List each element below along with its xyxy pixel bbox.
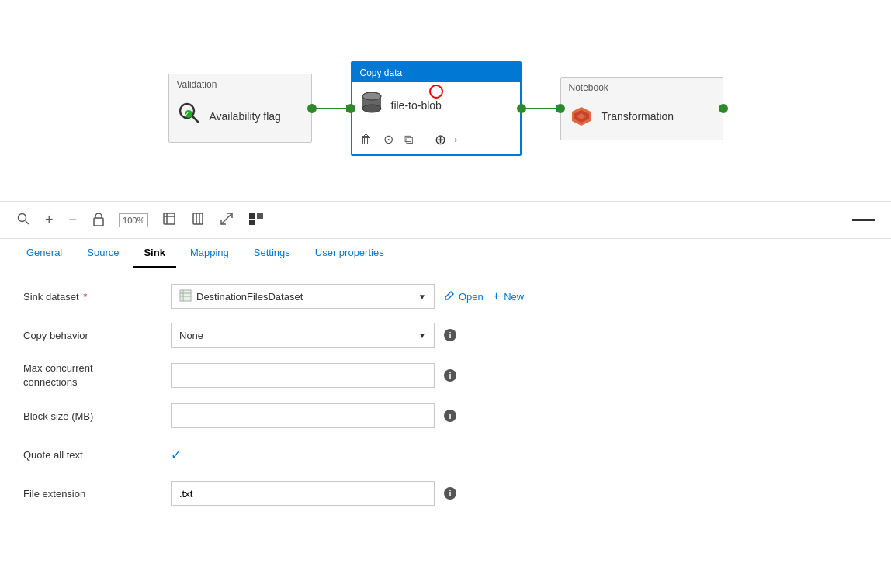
max-concurrent-row: Max concurrentconnections i [23,361,868,389]
resize-handle[interactable] [852,219,875,221]
max-concurrent-controls: i [171,363,868,388]
dataset-icon [179,289,192,304]
svg-rect-21 [249,213,255,219]
sink-form: Sink dataset * DestinationFilesDataset ▼ [0,268,891,535]
copy-behavior-info[interactable]: i [444,329,456,341]
pipeline-canvas: Validation ✓ Availability flag [0,0,891,202]
open-label: Open [459,291,484,303]
plus-icon: + [493,289,500,303]
copy-behavior-controls: None ▼ i [171,323,868,348]
block-size-info[interactable]: i [444,410,456,422]
file-extension-controls: i [171,481,868,506]
svg-point-6 [362,105,381,112]
file-extension-input[interactable] [171,481,435,506]
new-label: New [504,291,524,303]
block-size-input[interactable] [171,403,435,428]
svg-rect-17 [193,213,203,224]
quote-all-text-label: Quote all text [23,449,171,461]
svg-line-1 [192,116,199,123]
toolbar-divider [279,213,279,228]
block-size-row: Block size (MB) i [23,403,868,428]
copy-behavior-arrow: ▼ [418,331,426,340]
notebook-node-header: Notebook [561,78,723,96]
block-size-label: Block size (MB) [23,410,171,422]
svg-rect-22 [257,213,263,219]
search-toolbar-icon[interactable] [16,211,31,230]
arrow-2 [522,108,560,109]
sink-dataset-label: Sink dataset * [23,291,171,303]
canvas-toolbar: + − 100% [0,202,891,239]
pencil-icon [444,290,455,303]
copy-data-footer: 🗑 ⊙ ⧉ ⊕→ [352,128,520,154]
file-extension-row: File extension i [23,481,868,506]
required-star: * [81,291,88,303]
copy-icon[interactable]: ⊙ [383,132,393,147]
notebook-conn-right [719,104,728,113]
sink-dataset-arrow: ▼ [418,292,426,301]
copy-data-conn-left [346,104,355,113]
run-icon[interactable]: ⊕→ [435,131,460,148]
copy-behavior-value: None [179,330,418,341]
copy-data-header: Copy data [352,63,520,82]
sink-dataset-controls: DestinationFilesDataset ▼ Open + New [171,284,868,309]
lock-toolbar-icon[interactable] [91,210,106,230]
copy-behavior-label: Copy behavior [23,330,171,341]
cursor-toolbar-icon[interactable] [190,210,206,230]
sink-dataset-select[interactable]: DestinationFilesDataset ▼ [171,284,435,309]
svg-line-12 [26,221,29,224]
max-concurrent-label: Max concurrentconnections [23,361,171,389]
tab-user-properties[interactable]: User properties [304,239,395,268]
sink-dataset-value: DestinationFilesDataset [196,291,418,303]
notebook-conn-left [556,104,565,113]
quote-all-text-row: Quote all text ✓ [23,442,868,467]
copy-data-icon [360,90,383,122]
zoom-toolbar-icon[interactable]: 100% [119,213,148,227]
layers-toolbar-icon[interactable] [248,211,266,230]
notebook-icon [569,104,594,129]
svg-point-11 [19,213,26,221]
tab-settings[interactable]: Settings [243,239,301,268]
max-concurrent-input[interactable] [171,363,435,388]
quote-all-text-controls: ✓ [171,448,868,462]
add-toolbar-icon[interactable]: + [43,210,55,230]
copy-data-label: file-to-blob [391,99,442,112]
file-extension-info[interactable]: i [444,487,456,500]
validation-node-header: Validation [169,74,311,93]
svg-rect-13 [94,218,103,226]
file-extension-label: File extension [23,488,171,500]
quote-all-text-check[interactable]: ✓ [171,448,181,462]
new-link[interactable]: + New [493,289,524,303]
notebook-node-label: Transformation [602,110,674,123]
tab-mapping[interactable]: Mapping [179,239,240,268]
tab-general[interactable]: General [16,239,73,268]
svg-rect-14 [164,213,175,224]
svg-point-7 [362,92,381,100]
validation-node[interactable]: Validation ✓ Availability flag [168,74,312,143]
duplicate-icon[interactable]: ⧉ [404,133,413,147]
svg-rect-24 [180,290,191,301]
notebook-node[interactable]: Notebook Transformation [560,77,723,140]
frame-toolbar-icon[interactable] [161,210,178,230]
error-indicator [429,85,443,99]
svg-text:✓: ✓ [184,110,190,118]
validation-icon: ✓ [177,101,202,131]
validation-node-label: Availability flag [210,110,281,123]
max-concurrent-info[interactable]: i [444,369,456,382]
svg-rect-23 [249,220,255,225]
delete-icon[interactable]: 🗑 [360,133,373,147]
property-tabs: General Source Sink Mapping Settings Use… [0,239,891,268]
copy-data-node[interactable]: Copy data file-to-blob 🗑 [351,61,522,156]
tab-source[interactable]: Source [76,239,130,268]
svg-line-20 [221,213,232,224]
copy-behavior-select[interactable]: None ▼ [171,323,435,348]
tab-sink[interactable]: Sink [133,239,175,268]
block-size-controls: i [171,403,868,428]
open-link[interactable]: Open [444,290,484,303]
minus-toolbar-icon[interactable]: − [68,210,79,230]
arrow-1 [312,108,351,109]
resize-toolbar-icon[interactable] [218,210,235,230]
sink-dataset-row: Sink dataset * DestinationFilesDataset ▼ [23,284,868,309]
copy-behavior-row: Copy behavior None ▼ i [23,323,868,348]
